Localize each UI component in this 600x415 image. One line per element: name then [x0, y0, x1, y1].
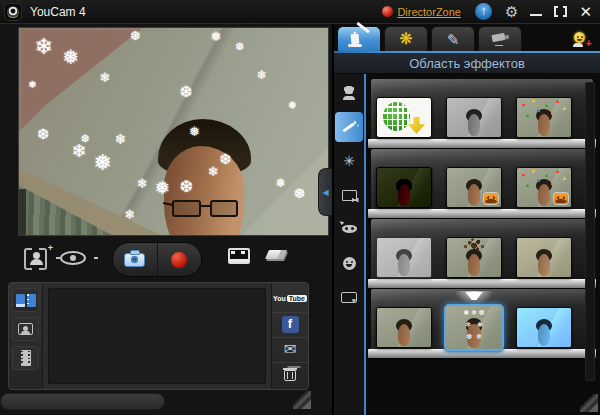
scene-frame-icon: ♥ — [341, 292, 357, 303]
shelf-edge — [368, 209, 596, 218]
shelf-edge — [368, 139, 596, 148]
effects-vertical-scrollbar[interactable] — [585, 82, 595, 381]
snowflake-icon: ❅ — [189, 125, 200, 138]
smiley-icon — [343, 257, 356, 270]
right-resize-grip[interactable] — [580, 394, 598, 412]
heart-icon: ♥ — [352, 297, 356, 304]
all-media-icon — [16, 294, 36, 307]
category-masks[interactable] — [334, 214, 364, 244]
gallery-filter-tabs — [9, 283, 43, 389]
camera-icon — [124, 253, 145, 267]
record-dot-icon — [171, 252, 187, 268]
snowflake-icon: ❄ — [115, 132, 127, 146]
category-effects[interactable] — [335, 112, 363, 142]
snapshot-button[interactable] — [113, 243, 158, 276]
shelf-row-4 — [371, 288, 593, 358]
maximize-button[interactable] — [554, 6, 567, 17]
effect-thumbnail[interactable] — [376, 307, 432, 348]
effect-thumbnail[interactable] — [516, 307, 572, 348]
youcam-window: YouCam 4 DirectorZone ↑ ⚙ ✕ — [0, 0, 600, 415]
effects-panel: ✦ ❋ ✎ + Область эффектов — [334, 24, 600, 415]
facebook-icon: f — [282, 316, 299, 333]
effect-thumbnail[interactable] — [446, 167, 502, 208]
record-button[interactable] — [158, 243, 202, 276]
snowflake-icon: ❆ — [38, 127, 50, 141]
snowflake-icon: ❅ — [93, 152, 111, 174]
snowflake-icon: ❄ — [72, 142, 87, 160]
photo-icon — [18, 323, 33, 335]
snowflake-icon: ❆ — [220, 152, 232, 166]
shelf-row-3 — [371, 218, 593, 288]
gallery-tab-all-media[interactable] — [12, 288, 39, 312]
snowflake-icon: ❆ — [180, 179, 193, 195]
snowflake-icon: ❆ — [235, 42, 243, 52]
effect-thumbnail[interactable] — [446, 97, 502, 138]
gallery-horizontal-scrollbar[interactable] — [0, 393, 165, 410]
snowflake-icon: ❆ — [180, 84, 193, 99]
effects-body: ✳ ♥ — [334, 74, 600, 415]
effect-thumbnail[interactable] — [376, 167, 432, 208]
splash-icon: ✳ — [343, 154, 355, 168]
collapse-arrow-icon: ◀ — [322, 188, 328, 197]
effect-thumbnail[interactable] — [516, 167, 572, 208]
effect-thumbnail[interactable] — [516, 97, 572, 138]
effect-thumbnail[interactable] — [376, 237, 432, 278]
snowflake-icon: ❄ — [124, 208, 135, 221]
effects-panel-title: Область эффектов — [334, 53, 600, 74]
eraser-button[interactable] — [265, 250, 287, 259]
category-emotions[interactable] — [334, 248, 364, 278]
close-button[interactable]: ✕ — [579, 2, 592, 22]
snowflake-icon: ❄ — [257, 69, 267, 81]
filmstrip-icon — [21, 350, 31, 366]
minimize-button[interactable] — [530, 6, 542, 18]
snowflake-icon: ❅ — [62, 47, 79, 67]
category-avatars[interactable] — [334, 78, 364, 108]
envelope-icon: ✉ — [284, 342, 297, 356]
shelf-row-2 — [371, 148, 593, 218]
pencil-icon: ✎ — [447, 32, 460, 47]
snowflake-icon: ❅ — [275, 177, 285, 189]
effect-thumbnail[interactable] — [446, 237, 502, 278]
shelf-row-1 — [371, 78, 593, 148]
effect-thumbnail-selected[interactable] — [446, 307, 502, 348]
category-particles[interactable]: ✳ — [334, 146, 364, 176]
wand-icon — [341, 120, 357, 134]
snowflake-layer: ❄❅❆❄❅❆❄❅❆❄❅❆❄❅❆❄❅❆❄❅❆❄❅❆ — [19, 28, 328, 235]
gallery-content-empty[interactable] — [48, 288, 266, 384]
effect-thumbnail[interactable] — [516, 237, 572, 278]
settings-gear-icon[interactable]: ⚙ — [505, 1, 518, 23]
tab-surveillance[interactable] — [478, 26, 522, 51]
delete-media-button[interactable] — [272, 362, 308, 386]
tab-draw[interactable]: ✎ — [431, 26, 475, 51]
surveillance-camera-icon — [492, 32, 509, 46]
snowflake-icon: ❅ — [28, 80, 36, 90]
effect-thumbnail-download[interactable] — [376, 97, 432, 138]
gallery-tab-photos[interactable] — [12, 317, 39, 341]
category-scenes[interactable]: ♥ — [334, 282, 364, 312]
face-login-button[interactable]: + — [24, 246, 51, 269]
left-resize-grip[interactable] — [293, 391, 311, 409]
directorzone-link[interactable]: DirectorZone — [397, 6, 461, 18]
emotion-bust-icon — [573, 43, 583, 47]
tab-effects-room[interactable]: ✦ — [337, 26, 381, 51]
snowflake-icon: ❅ — [155, 179, 170, 197]
gallery-tab-videos[interactable] — [12, 346, 39, 370]
app-title: YouCam 4 — [30, 5, 86, 19]
emotion-plus-icon: + — [586, 37, 592, 49]
media-gallery: YouTube f ✉ — [8, 282, 309, 390]
shelf-edge — [368, 279, 596, 288]
trash-icon — [284, 367, 296, 381]
snowflake-icon: ❆ — [294, 187, 305, 200]
effects-tabs-row: ✦ ❋ ✎ + — [334, 24, 600, 51]
tab-gadgets[interactable]: ❋ — [384, 26, 428, 51]
share-facebook-button[interactable]: f — [272, 312, 308, 336]
panel-collapse-handle[interactable]: ◀ — [318, 168, 332, 216]
capture-section: ❄❅❆❄❅❆❄❅❆❄❅❆❄❅❆❄❅❆❄❅❆❄❅❆ ◀ + — [0, 24, 332, 415]
display-mode-button[interactable] — [228, 248, 250, 264]
category-frames[interactable] — [334, 180, 364, 210]
add-emotion-button[interactable]: + — [573, 32, 591, 47]
share-email-button[interactable]: ✉ — [272, 337, 308, 361]
preview-eye-button[interactable] — [60, 251, 86, 265]
share-youtube-button[interactable]: YouTube — [272, 287, 308, 311]
upgrade-icon[interactable]: ↑ — [475, 3, 492, 20]
